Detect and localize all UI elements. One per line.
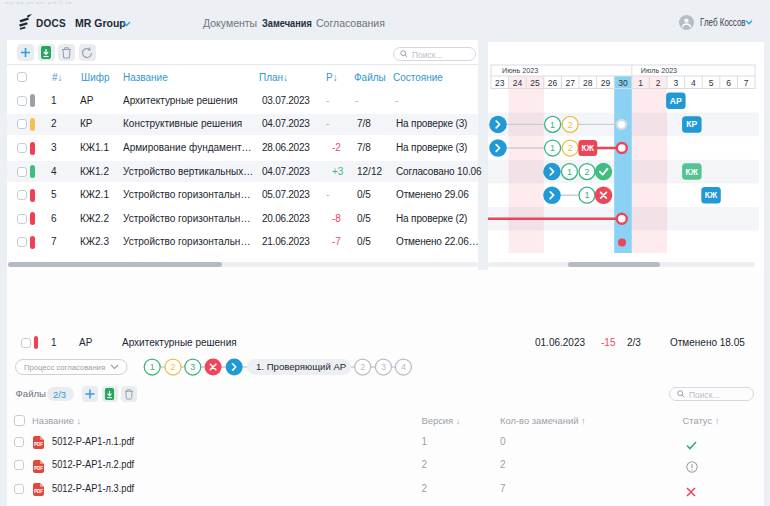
- svg-text:3: 3: [381, 362, 386, 372]
- svg-text:1: 1: [567, 167, 572, 177]
- svg-text:3: 3: [190, 362, 195, 372]
- svg-text:АР: АР: [670, 96, 682, 106]
- svg-text:23: 23: [495, 78, 505, 88]
- svg-text:5: 5: [709, 78, 714, 88]
- svg-text:КР: КР: [686, 119, 697, 129]
- svg-text:26: 26: [548, 78, 558, 88]
- svg-text:1: 1: [150, 362, 155, 372]
- svg-text:7: 7: [744, 78, 749, 88]
- svg-text:PDF: PDF: [34, 466, 43, 471]
- svg-text:КЖ: КЖ: [705, 191, 718, 200]
- svg-text:2: 2: [584, 167, 589, 177]
- svg-text:2: 2: [360, 362, 365, 372]
- svg-text:27: 27: [565, 78, 575, 88]
- svg-text:3: 3: [673, 78, 678, 88]
- svg-text:25: 25: [530, 78, 540, 88]
- svg-text:4: 4: [401, 362, 406, 372]
- svg-text:Июнь 2023: Июнь 2023: [502, 66, 538, 75]
- svg-text:PDF: PDF: [34, 442, 43, 447]
- svg-text:Июль 2023: Июль 2023: [641, 66, 677, 75]
- svg-text:1: 1: [638, 78, 643, 88]
- svg-text:30: 30: [618, 78, 628, 88]
- svg-text:1: 1: [550, 143, 555, 153]
- svg-text:4: 4: [691, 78, 696, 88]
- svg-text:29: 29: [601, 78, 611, 88]
- svg-text:КЖ: КЖ: [686, 168, 699, 177]
- svg-text:Процесс согласования: Процесс согласования: [24, 363, 105, 372]
- svg-text:1. Проверяющий АР: 1. Проверяющий АР: [256, 361, 346, 372]
- svg-text:2: 2: [656, 78, 661, 88]
- svg-text:PDF: PDF: [34, 489, 43, 494]
- svg-text:2: 2: [568, 143, 573, 153]
- svg-text:28: 28: [583, 78, 593, 88]
- svg-text:1: 1: [550, 120, 555, 130]
- svg-text:КЖ: КЖ: [582, 144, 595, 153]
- svg-text:6: 6: [726, 78, 731, 88]
- svg-text:1: 1: [584, 190, 589, 200]
- svg-text:2: 2: [170, 362, 175, 372]
- svg-text:2: 2: [568, 120, 573, 130]
- svg-text:24: 24: [513, 78, 523, 88]
